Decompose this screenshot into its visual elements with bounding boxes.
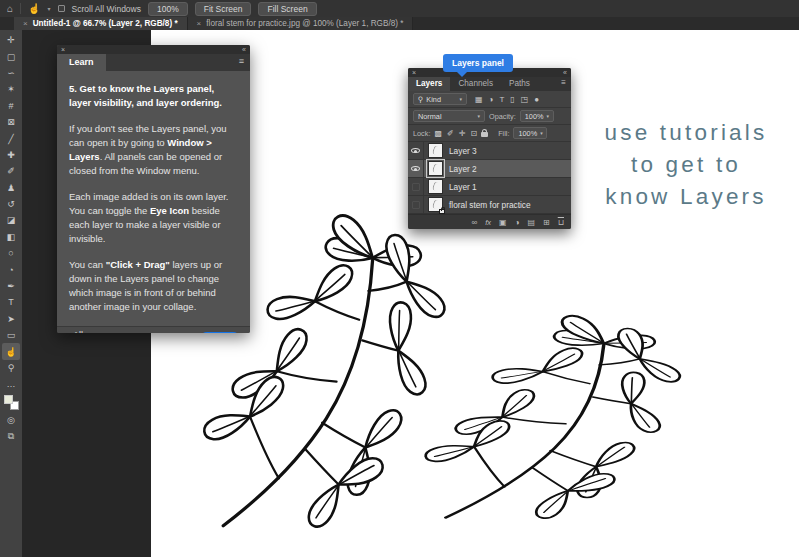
annotation-line: know Layers [578, 181, 794, 213]
lock-image-pixels-icon[interactable]: ✐ [447, 129, 454, 138]
type-tool[interactable]: T [2, 294, 20, 310]
annotation-line: use tutorials [578, 117, 794, 149]
layer-filter-toggle-icon[interactable]: ● [534, 95, 539, 104]
fill-screen-button[interactable]: Fill Screen [258, 2, 316, 16]
marquee-tool[interactable]: ▢ [2, 48, 20, 64]
delete-layer-icon[interactable]: ⊔ [558, 218, 564, 227]
blend-mode-row: Normal ▾ Opacity: 100% ▾ [408, 108, 571, 125]
lock-badge-icon [439, 209, 445, 214]
new-layer-icon[interactable]: ⊞ [543, 218, 550, 227]
foreground-background-swatches[interactable] [4, 395, 19, 410]
layer-row[interactable]: floral stem for practice [408, 196, 571, 214]
history-brush-tool[interactable]: ↺ [2, 196, 20, 212]
layer-visibility-toggle[interactable] [408, 178, 424, 195]
layer-name[interactable]: Layer 1 [449, 182, 477, 192]
layer-row[interactable]: Layer 3 [408, 142, 571, 160]
zoom-100-button[interactable]: 100% [148, 2, 188, 16]
layer-name[interactable]: Layer 2 [449, 164, 477, 174]
layer-name[interactable]: Layer 3 [449, 146, 477, 156]
blur-tool[interactable]: ○ [2, 245, 20, 261]
panel-menu-icon[interactable]: ≡ [561, 77, 571, 91]
foreground-color-swatch[interactable] [4, 395, 13, 404]
layer-thumbnail[interactable] [428, 143, 443, 158]
layers-panel: × « Layers Channels Paths ≡ ⚲ Kind ▾ ▦◑T… [408, 68, 571, 229]
path-selection-tool[interactable]: ➤ [2, 311, 20, 327]
layer-name[interactable]: floral stem for practice [449, 200, 531, 210]
dodge-tool[interactable]: ◔ [2, 261, 20, 277]
collapse-panel-icon[interactable]: « [242, 46, 246, 53]
tools-panel: ✛▢∽✶#⊠╱✚✐♟↺◪◧○◔✒T➤▭☝⚲… ◎⧉ [0, 30, 22, 557]
close-icon[interactable]: × [61, 46, 65, 53]
kind-filter-dropdown[interactable]: ⚲ Kind ▾ [413, 93, 467, 105]
annotation-text: use tutorials to get to know Layers [578, 117, 794, 214]
eyedropper-tool[interactable]: ╱ [2, 130, 20, 146]
tab-untitled-1[interactable]: × Untitled-1 @ 66.7% (Layer 2, RGB/8) * [14, 17, 188, 30]
opacity-dropdown[interactable]: 100% ▾ [520, 110, 554, 122]
layer-visibility-toggle[interactable] [408, 160, 424, 177]
fill-dropdown[interactable]: 100% ▾ [513, 127, 547, 139]
clone-stamp-tool[interactable]: ♟ [2, 180, 20, 196]
chevron-down-icon: ▾ [540, 130, 543, 136]
fit-screen-button[interactable]: Fit Screen [195, 2, 252, 16]
learn-panel-tabs: Learn ≡ [57, 54, 250, 71]
layer-row[interactable]: Layer 2 [408, 160, 571, 178]
lock-position-icon[interactable]: ✛ [459, 129, 466, 138]
filter-pixel-layers-icon[interactable]: ▦ [475, 95, 483, 104]
filter-type-layers-icon[interactable]: T [499, 95, 504, 104]
layer-row[interactable]: Layer 1 [408, 178, 571, 196]
screen-mode-icon[interactable]: ⧉ [2, 428, 20, 444]
panel-menu-icon[interactable]: ≡ [239, 54, 250, 71]
filter-shape-layers-icon[interactable]: ▯ [510, 95, 514, 104]
tab-channels[interactable]: Channels [450, 77, 501, 91]
filter-smart-objects-icon[interactable]: ◳ [521, 95, 529, 104]
shape-tool[interactable]: ▭ [2, 327, 20, 343]
layer-styles-icon[interactable]: fx [485, 218, 491, 227]
healing-brush-tool[interactable]: ✚ [2, 147, 20, 163]
new-group-icon[interactable]: ▤ [527, 218, 535, 227]
lock-artboard-icon[interactable]: ⊡ [470, 129, 477, 138]
zoom-tool[interactable]: ⚲ [2, 360, 20, 376]
tab-learn[interactable]: Learn [57, 54, 106, 71]
lock-row: Lock: ▩✐✛⊡ Fill: 100% ▾ [408, 125, 571, 142]
filter-adjustment-layers-icon[interactable]: ◑ [489, 95, 494, 104]
hand-tool[interactable]: ☝ [2, 343, 20, 359]
collapse-panel-icon[interactable]: « [563, 69, 567, 76]
crop-tool[interactable]: # [2, 98, 20, 114]
magic-wand-tool[interactable]: ✶ [2, 81, 20, 97]
layer-thumbnail[interactable] [428, 197, 443, 212]
chevron-down-icon[interactable]: ▾ [48, 5, 51, 12]
layer-thumbnail[interactable] [428, 161, 443, 176]
lock-transparent-pixels-icon[interactable]: ▩ [434, 129, 442, 138]
add-layer-mask-icon[interactable]: ▣ [499, 218, 507, 227]
gradient-tool[interactable]: ◧ [2, 229, 20, 245]
layer-thumbnail[interactable] [428, 179, 443, 194]
home-icon[interactable]: ⌂ [7, 4, 13, 14]
move-tool[interactable]: ✛ [2, 32, 20, 48]
close-icon[interactable]: × [197, 19, 202, 28]
next-button[interactable]: Next [199, 332, 241, 334]
edit-toolbar-ellipsis[interactable]: … [2, 376, 20, 392]
eraser-tool[interactable]: ◪ [2, 212, 20, 228]
layer-visibility-toggle[interactable] [408, 142, 424, 159]
close-icon[interactable]: × [412, 69, 416, 76]
scroll-all-windows-checkbox[interactable] [58, 5, 65, 12]
pen-tool[interactable]: ✒ [2, 278, 20, 294]
options-bar: ⌂ ☝ ▾ Scroll All Windows 100% Fit Screen… [0, 0, 799, 17]
frame-tool[interactable]: ⊠ [2, 114, 20, 130]
tab-layers[interactable]: Layers [408, 77, 450, 91]
layer-visibility-toggle[interactable] [408, 196, 424, 213]
brush-tool[interactable]: ✐ [2, 163, 20, 179]
link-layers-icon[interactable]: ∞ [472, 218, 478, 227]
new-adjustment-layer-icon[interactable]: ◑ [515, 218, 520, 227]
lock-all-icon[interactable] [481, 132, 488, 137]
close-icon[interactable]: × [23, 19, 28, 28]
annotation-line: to get to [578, 149, 794, 181]
tab-paths[interactable]: Paths [501, 77, 538, 91]
lasso-tool[interactable]: ∽ [2, 65, 20, 81]
tab-floral-stem[interactable]: × floral stem for practice.jpg @ 100% (L… [188, 17, 414, 30]
all-projects-link[interactable]: ‹ All projects [66, 330, 110, 334]
blend-mode-dropdown[interactable]: Normal ▾ [413, 110, 485, 122]
quick-mask-icon[interactable]: ◎ [2, 412, 20, 428]
hand-tool-icon[interactable]: ☝ [28, 4, 40, 14]
layer-list: Layer 3Layer 2Layer 1floral stem for pra… [408, 142, 571, 214]
